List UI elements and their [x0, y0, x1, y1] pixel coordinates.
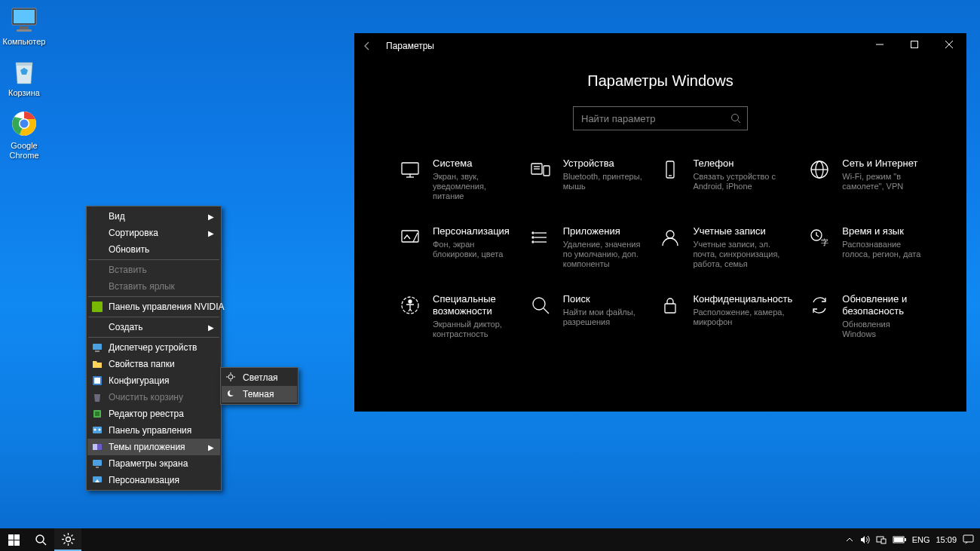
close-icon — [945, 41, 953, 48]
back-button[interactable] — [354, 33, 380, 59]
tray-network[interactable] — [876, 528, 887, 551]
desktop[interactable]: Компьютер Корзина Google Chrome Вид▶ Сор… — [0, 0, 980, 551]
network-icon — [876, 534, 887, 545]
svg-rect-3 — [17, 29, 32, 32]
user-icon — [658, 225, 682, 249]
menu-separator — [88, 259, 219, 260]
submenu-item-dark[interactable]: Темная — [222, 386, 297, 403]
svg-line-76 — [63, 542, 65, 543]
accessibility-icon — [398, 293, 422, 317]
svg-point-53 — [532, 241, 534, 243]
svg-rect-8 — [93, 344, 102, 350]
close-button[interactable] — [932, 33, 966, 56]
taskbar-settings-button[interactable] — [54, 528, 81, 551]
battery-icon — [893, 535, 906, 544]
svg-rect-81 — [894, 537, 903, 542]
personalize-icon — [91, 474, 103, 486]
maximize-button[interactable] — [897, 33, 932, 56]
tray-clock[interactable]: 15:09 — [936, 528, 957, 551]
category-phone[interactable]: ТелефонСвязать устройство с Android, iPh… — [658, 158, 792, 201]
svg-rect-30 — [911, 41, 918, 48]
window-title: Параметры — [380, 41, 434, 51]
category-apps[interactable]: ПриложенияУдаление, значения по умолчани… — [528, 225, 644, 269]
svg-point-59 — [533, 298, 545, 310]
titlebar[interactable]: Параметры — [354, 33, 966, 59]
menu-item-device-manager[interactable]: Диспетчер устройств — [87, 339, 220, 356]
desktop-icon-computer[interactable]: Компьютер — [0, 5, 53, 47]
notification-icon — [963, 534, 974, 545]
svg-rect-19 — [93, 460, 102, 466]
category-search[interactable]: ПоискНайти мои файлы, разрешения — [528, 293, 644, 339]
svg-rect-82 — [963, 535, 973, 542]
menu-item-refresh[interactable]: Обновить — [87, 241, 220, 258]
category-system[interactable]: СистемаЭкран, звук, уведомления, питание — [398, 158, 513, 201]
svg-line-74 — [71, 542, 72, 543]
submenu-item-light[interactable]: Светлая — [222, 369, 297, 386]
svg-point-58 — [409, 300, 412, 303]
desktop-icon-recycle-bin[interactable]: Корзина — [0, 56, 53, 98]
svg-rect-35 — [402, 163, 418, 174]
folder-icon — [91, 358, 103, 370]
menu-item-configuration[interactable]: Конфигурация — [87, 372, 220, 389]
category-time-language[interactable]: 字Время и языкРаспознавание голоса, регио… — [807, 225, 923, 269]
svg-rect-20 — [96, 467, 99, 468]
category-accounts[interactable]: Учетные записиУчетные записи, эл. почта,… — [658, 225, 792, 269]
menu-item-view[interactable]: Вид▶ — [87, 208, 220, 225]
icon-label: Компьютер — [0, 37, 53, 47]
menu-item-sort[interactable]: Сортировка▶ — [87, 225, 220, 241]
svg-point-33 — [732, 115, 739, 121]
minimize-button[interactable] — [862, 33, 897, 56]
menu-separator — [88, 317, 219, 317]
chevron-right-icon: ▶ — [208, 323, 214, 332]
sync-icon — [807, 293, 831, 317]
svg-line-73 — [63, 534, 65, 536]
menu-item-nvidia[interactable]: Панель управления NVIDIA — [87, 298, 220, 315]
menu-item-paste-shortcut: Вставить ярлык — [87, 278, 220, 295]
category-update[interactable]: Обновление и безопасностьОбновления Wind… — [807, 293, 923, 339]
tray-action-center[interactable] — [963, 528, 974, 551]
devices-icon — [528, 158, 553, 182]
settings-search[interactable] — [573, 106, 748, 130]
category-network[interactable]: Сеть и ИнтернетWi-Fi, режим "в самолете"… — [807, 158, 923, 201]
menu-item-create[interactable]: Создать▶ — [87, 319, 220, 335]
icon-label: Корзина — [0, 88, 53, 98]
menu-item-personalization[interactable]: Персонализация — [87, 472, 220, 488]
search-input[interactable] — [581, 113, 724, 124]
tray-chevron-up[interactable] — [846, 528, 853, 551]
menu-separator — [88, 337, 219, 338]
system-icon — [398, 158, 422, 182]
computer-icon — [9, 5, 39, 35]
settings-grid: СистемаЭкран, звук, уведомления, питание… — [390, 158, 930, 339]
icon-label: Google Chrome — [0, 141, 53, 161]
desktop-icon-chrome[interactable]: Google Chrome — [0, 109, 53, 161]
svg-rect-11 — [94, 378, 100, 384]
category-personalization[interactable]: ПерсонализацияФон, экран блокировки, цве… — [398, 225, 513, 269]
menu-item-screen-params[interactable]: Параметры экрана — [87, 455, 220, 472]
category-devices[interactable]: УстройстваBluetooth, принтеры, мышь — [528, 158, 644, 201]
desktop-context-menu: Вид▶ Сортировка▶ Обновить Вставить Встав… — [86, 206, 222, 491]
arrow-left-icon — [362, 41, 372, 51]
svg-rect-80 — [905, 538, 906, 541]
sun-icon — [226, 372, 237, 383]
menu-item-folder-props[interactable]: Свойства папки — [87, 356, 220, 372]
category-accessibility[interactable]: Специальные возможностиЭкранный диктор, … — [398, 293, 513, 339]
tray-volume[interactable] — [859, 528, 870, 551]
phone-icon — [658, 158, 682, 182]
category-privacy[interactable]: КонфиденциальностьРасположение, камера, … — [658, 293, 792, 339]
chevron-right-icon: ▶ — [208, 229, 214, 237]
svg-rect-64 — [8, 540, 14, 546]
svg-point-16 — [99, 429, 101, 431]
tray-language[interactable]: ENG — [912, 528, 930, 551]
menu-separator — [88, 296, 219, 297]
svg-rect-61 — [665, 304, 675, 313]
start-button[interactable] — [0, 528, 27, 551]
apps-icon — [528, 225, 553, 249]
menu-item-app-themes[interactable]: Темы приложения▶ — [87, 439, 220, 455]
tray-battery[interactable] — [893, 528, 906, 551]
theme-icon — [91, 441, 103, 453]
minimize-icon — [876, 41, 884, 48]
svg-rect-62 — [8, 534, 14, 540]
menu-item-control-panel[interactable]: Панель управления — [87, 422, 220, 439]
taskbar-search-button[interactable] — [27, 528, 54, 551]
menu-item-regedit[interactable]: Редактор реестра — [87, 406, 220, 422]
